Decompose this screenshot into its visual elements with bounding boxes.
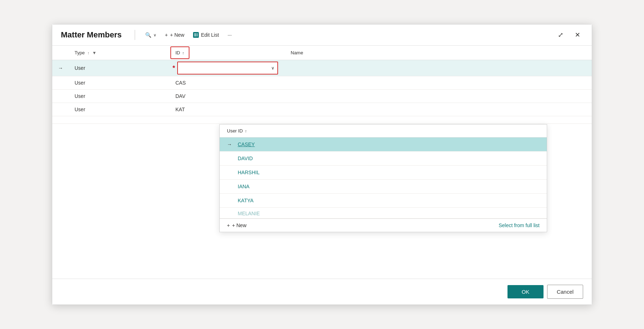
empty-name — [285, 116, 592, 124]
expand-icon: ⤢ — [558, 31, 563, 39]
dropdown-item-iana[interactable]: → IANA — [220, 180, 547, 194]
dropdown-list: → CASEY → DAVID → HARSHIL → IANA — [220, 138, 547, 218]
new-label: + New — [170, 32, 184, 38]
table-wrapper: Type ↑ ▼ ID ↑ Name — [52, 46, 592, 124]
edit-list-button[interactable]: Edit List — [189, 30, 223, 40]
svg-rect-1 — [194, 33, 196, 34]
row3-arrow — [52, 103, 69, 116]
expand-button[interactable]: ⤢ — [555, 30, 566, 40]
dropdown-item-casey[interactable]: → CASEY — [220, 138, 547, 152]
melanie-name: MELANIE — [238, 211, 260, 216]
table-header-row: Type ↑ ▼ ID ↑ Name — [52, 46, 592, 60]
search-button[interactable]: 🔍 ∨ — [142, 30, 160, 40]
id-header-box: ID ↑ — [170, 46, 189, 59]
svg-rect-3 — [194, 36, 196, 36]
dropdown-item-david[interactable]: → DAVID — [220, 152, 547, 166]
type-label: Type — [75, 50, 85, 55]
id-input-area: * ∨ — [173, 62, 282, 75]
row2-id: DAV — [170, 90, 285, 103]
search-caret-icon: ∨ — [153, 33, 156, 37]
close-button[interactable]: ✕ — [572, 30, 583, 40]
edit-list-label: Edit List — [201, 32, 219, 38]
col-header-name: Name — [285, 46, 592, 60]
dropdown-header: User ID ↑ — [220, 125, 547, 138]
cancel-label: Cancel — [557, 289, 574, 295]
dropdown-item-melanie[interactable]: → MELANIE — [220, 208, 547, 218]
row1-id: CAS — [170, 76, 285, 90]
table-row-empty — [52, 116, 592, 124]
data-table: Type ↑ ▼ ID ↑ Name — [52, 46, 592, 124]
empty-type — [69, 116, 170, 124]
dropdown-item-katya[interactable]: → KATYA — [220, 194, 547, 208]
dialog-content: Type ↑ ▼ ID ↑ Name — [52, 46, 592, 279]
ok-label: OK — [522, 289, 529, 295]
plus-icon: + — [165, 32, 168, 38]
casey-arrow-icon: → — [227, 141, 232, 147]
svg-rect-6 — [197, 36, 198, 36]
table-row-3: User KAT — [52, 103, 592, 116]
dropdown-footer: + + New Select from full list — [220, 218, 547, 232]
row-new-arrow: → — [52, 60, 69, 76]
header-actions: 🔍 ∨ + + New — [142, 30, 555, 40]
dropdown-new-label: + New — [232, 222, 246, 228]
row2-arrow — [52, 90, 69, 103]
row-new-type: User — [69, 60, 170, 76]
new-button[interactable]: + + New — [161, 30, 188, 40]
select-full-list-label: Select from full list — [498, 222, 540, 228]
table-row-1: User CAS — [52, 76, 592, 90]
ok-button[interactable]: OK — [507, 285, 544, 298]
row2-type: User — [69, 90, 170, 103]
row3-type: User — [69, 103, 170, 116]
col-header-arrow — [52, 46, 69, 60]
katya-name: KATYA — [238, 198, 254, 203]
dropdown-header-label: User ID — [227, 128, 243, 134]
id-label: ID — [175, 50, 180, 55]
dropdown-sort-icon: ↑ — [245, 129, 247, 133]
row3-id: KAT — [170, 103, 285, 116]
harshil-name: HARSHIL — [238, 170, 260, 175]
dialog-title: Matter Members — [61, 30, 122, 40]
svg-rect-2 — [194, 35, 196, 35]
row3-name — [285, 103, 592, 116]
required-star: * — [173, 64, 175, 72]
more-icon: ··· — [228, 32, 232, 38]
header-divider — [135, 30, 135, 40]
row1-type: User — [69, 76, 170, 90]
matter-members-dialog: Matter Members 🔍 ∨ + + New — [52, 24, 592, 305]
row1-arrow — [52, 76, 69, 90]
row2-name — [285, 90, 592, 103]
row-new-id[interactable]: * ∨ — [170, 60, 285, 76]
table-row-new: → User * ∨ — [52, 60, 592, 76]
dialog-footer: OK Cancel — [52, 279, 592, 305]
dropdown-plus-icon: + — [227, 222, 230, 228]
type-filter-icon[interactable]: ▼ — [92, 50, 97, 55]
dropdown-item-harshil[interactable]: → HARSHIL — [220, 166, 547, 180]
search-icon: 🔍 — [145, 32, 151, 38]
close-icon: ✕ — [575, 31, 580, 39]
more-button[interactable]: ··· — [224, 30, 236, 40]
casey-name: CASEY — [238, 141, 255, 147]
select-full-list-button[interactable]: Select from full list — [498, 222, 540, 228]
empty-arrow — [52, 116, 69, 124]
row1-name — [285, 76, 592, 90]
dialog-header: Matter Members 🔍 ∨ + + New — [52, 24, 592, 46]
dropdown-new-button[interactable]: + + New — [227, 222, 246, 228]
id-dropdown: User ID ↑ → CASEY → DAVID → HARSHIL — [219, 124, 547, 232]
table-row-2: User DAV — [52, 90, 592, 103]
empty-id — [170, 116, 285, 124]
type-sort-icon: ↑ — [88, 51, 90, 55]
david-name: DAVID — [238, 156, 253, 161]
iana-name: IANA — [238, 184, 250, 189]
chevron-down-icon: ∨ — [271, 66, 274, 71]
col-header-id: ID ↑ — [170, 46, 285, 60]
id-sort-icon: ↑ — [182, 51, 184, 55]
name-label: Name — [291, 50, 303, 55]
row-new-name — [285, 60, 592, 76]
id-input-box[interactable]: ∨ — [177, 62, 278, 75]
cancel-button[interactable]: Cancel — [547, 285, 583, 299]
svg-rect-5 — [197, 35, 198, 35]
header-right: ⤢ ✕ — [555, 30, 583, 40]
col-header-type[interactable]: Type ↑ ▼ — [69, 46, 170, 60]
svg-rect-4 — [197, 33, 198, 34]
edit-list-icon — [193, 32, 199, 38]
